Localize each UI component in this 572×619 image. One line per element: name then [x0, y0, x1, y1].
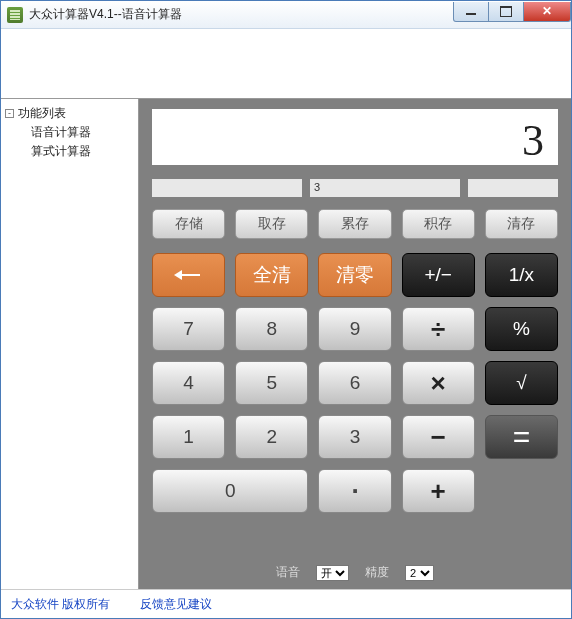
app-window: 大众计算器V4.1--语音计算器 - 功能列表 语音计算器 算式计算器 3 3 [0, 0, 572, 619]
digit-5-button[interactable]: 5 [235, 361, 308, 405]
collapse-icon[interactable]: - [5, 109, 14, 118]
percent-button[interactable]: % [485, 307, 558, 351]
tree-root[interactable]: - 功能列表 [5, 105, 134, 122]
tree-root-label: 功能列表 [18, 105, 66, 122]
plus-minus-button[interactable]: +/− [402, 253, 475, 297]
maximize-button[interactable] [488, 2, 524, 22]
app-icon [7, 7, 23, 23]
minus-button[interactable]: − [402, 415, 475, 459]
digit-8-button[interactable]: 8 [235, 307, 308, 351]
backspace-button[interactable] [152, 253, 225, 297]
plus-button[interactable]: + [402, 469, 475, 513]
digit-3-button[interactable]: 3 [318, 415, 391, 459]
digit-4-button[interactable]: 4 [152, 361, 225, 405]
mem-accum-button[interactable]: 累存 [318, 209, 391, 239]
footer: 大众软件 版权所有 反馈意见建议 [1, 589, 571, 617]
all-clear-button[interactable]: 全清 [235, 253, 308, 297]
main-display: 3 [152, 109, 558, 165]
toolbar-area [1, 29, 571, 99]
sub-display-3 [468, 179, 558, 197]
digit-9-button[interactable]: 9 [318, 307, 391, 351]
close-button[interactable] [523, 2, 571, 22]
sidebar: - 功能列表 语音计算器 算式计算器 [1, 99, 139, 589]
decimal-button[interactable]: · [318, 469, 391, 513]
digit-2-button[interactable]: 2 [235, 415, 308, 459]
precision-select[interactable]: 2 [405, 565, 434, 581]
window-title: 大众计算器V4.1--语音计算器 [29, 6, 182, 23]
tree-item-formula-calc[interactable]: 算式计算器 [5, 143, 134, 160]
clear-entry-button[interactable]: 清零 [318, 253, 391, 297]
precision-label: 精度 [365, 564, 389, 581]
mem-mult-button[interactable]: 积存 [402, 209, 475, 239]
mem-recall-button[interactable]: 取存 [235, 209, 308, 239]
sub-display-1 [152, 179, 302, 197]
multiply-button[interactable]: × [402, 361, 475, 405]
digit-6-button[interactable]: 6 [318, 361, 391, 405]
voice-select[interactable]: 开 [316, 565, 349, 581]
copyright-text: 大众软件 版权所有 [11, 596, 110, 611]
digit-7-button[interactable]: 7 [152, 307, 225, 351]
mem-clear-button[interactable]: 清存 [485, 209, 558, 239]
minimize-button[interactable] [453, 2, 489, 22]
titlebar[interactable]: 大众计算器V4.1--语音计算器 [1, 1, 571, 29]
sqrt-button[interactable]: √ [485, 361, 558, 405]
reciprocal-button[interactable]: 1/x [485, 253, 558, 297]
mem-store-button[interactable]: 存储 [152, 209, 225, 239]
tree-item-voice-calc[interactable]: 语音计算器 [5, 124, 134, 141]
sub-display-2: 3 [310, 179, 460, 197]
divide-button[interactable]: ÷ [402, 307, 475, 351]
voice-label: 语音 [276, 564, 300, 581]
feedback-link[interactable]: 反馈意见建议 [140, 596, 212, 611]
window-buttons [454, 2, 571, 22]
digit-1-button[interactable]: 1 [152, 415, 225, 459]
equals-button[interactable]: = [485, 415, 558, 459]
calculator-panel: 3 3 存储 取存 累存 积存 清存 全清 清零 +/− 1/x 7 8 [139, 99, 571, 589]
digit-0-button[interactable]: 0 [152, 469, 308, 513]
